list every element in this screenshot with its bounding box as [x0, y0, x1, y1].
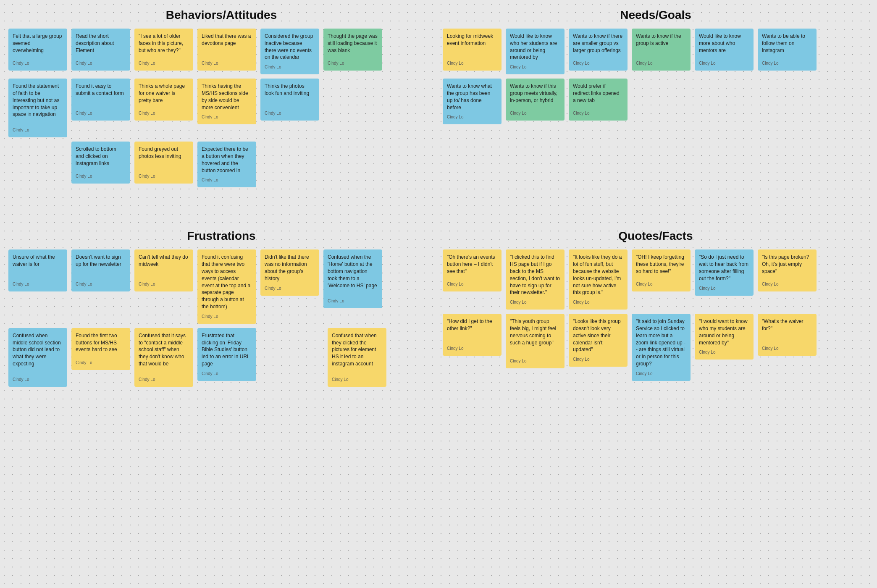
card-author: Cindy Lo: [636, 281, 686, 287]
card-author: Cindy Lo: [762, 281, 812, 287]
card-text: "How did I get to the other link?": [447, 318, 497, 342]
list-item: Confused when the 'Home' button at the b…: [323, 249, 382, 308]
card-text: Wants to be able to follow them on insta…: [762, 33, 812, 57]
list-item: "I would want to know who my students ar…: [695, 314, 754, 360]
needs-cards: Looking for midweek event information Ci…: [443, 29, 869, 124]
list-item: Found the first two buttons for MS/HS ev…: [71, 328, 130, 370]
list-item: Would like to know more about who mentor…: [695, 29, 754, 71]
list-item: Didn't like that there was no informatio…: [260, 249, 319, 295]
list-item: "Looks like this group doesn't look very…: [569, 314, 628, 367]
card-text: Confused that it says to "contact a midd…: [139, 332, 189, 373]
card-author: Cindy Lo: [202, 177, 252, 183]
list-item: "How did I get to the other link?" Cindy…: [443, 314, 502, 356]
card-text: "So do I just need to wait to hear back …: [699, 254, 749, 282]
card-text: "This youth group feels big, I might fee…: [510, 318, 560, 355]
card-author: Cindy Lo: [76, 173, 126, 179]
list-item: Found it easy to submit a contact form C…: [71, 79, 130, 121]
card-author: Cindy Lo: [139, 281, 189, 287]
list-item: Liked that there was a devotions page Ci…: [197, 29, 256, 71]
list-item: Read the short description about Element…: [71, 29, 130, 71]
card-text: Wants to know if this group meets virtua…: [510, 83, 560, 107]
list-item: "This youth group feels big, I might fee…: [506, 314, 565, 368]
card-author: Cindy Lo: [202, 60, 252, 66]
card-author: Cindy Lo: [76, 110, 126, 116]
list-item: Wants to be able to follow them on insta…: [758, 29, 817, 71]
card-author: Cindy Lo: [636, 371, 686, 377]
card-text: Would prefer if redirect links opened a …: [573, 83, 623, 107]
card-author: Cindy Lo: [447, 281, 497, 287]
card-text: Expected there to be a button when they …: [202, 146, 252, 174]
frustrations-cards: Unsure of what the waiver is for Cindy L…: [8, 249, 434, 386]
card-text: Thinks the photos look fun and inviting: [265, 83, 315, 107]
card-author: Cindy Lo: [202, 114, 252, 120]
card-text: Unsure of what the waiver is for: [13, 254, 63, 278]
card-author: Cindy Lo: [76, 281, 126, 287]
card-author: Cindy Lo: [328, 60, 378, 66]
list-item: Confused when middle school section butt…: [8, 328, 67, 387]
card-text: Thinks having the MS/HS sections side by…: [202, 83, 252, 111]
list-item: Wants to know if there are smaller group…: [569, 29, 628, 71]
behaviors-cards: Felt that a large group seemed overwhelm…: [8, 29, 434, 187]
list-item: Found greyed out photos less inviting Ci…: [134, 142, 193, 184]
card-text: "I clicked this to find HS page but if I…: [510, 254, 560, 296]
list-item: "I clicked this to find HS page but if I…: [506, 249, 565, 310]
card-author: Cindy Lo: [699, 286, 749, 291]
card-author: Cindy Lo: [139, 110, 189, 116]
card-author: Cindy Lo: [510, 358, 560, 364]
card-text: Didn't like that there was no informatio…: [265, 254, 315, 282]
card-text: Wants to know if there are smaller group…: [573, 33, 623, 57]
list-item: Confused that when they clicked the pict…: [328, 328, 386, 387]
list-item: Found it confusing that there were two w…: [197, 249, 256, 323]
card-author: Cindy Lo: [447, 346, 497, 352]
card-text: Read the short description about Element: [76, 33, 126, 57]
quotes-cards: "Oh there's an events button here – I di…: [443, 249, 869, 381]
card-text: "Is this page broken? Oh, it's just empt…: [762, 254, 812, 278]
card-text: Would like to know more about who mentor…: [699, 33, 749, 57]
card-text: "What's the waiver for?": [762, 318, 812, 342]
list-item: Considered the group inactive because th…: [260, 29, 319, 74]
card-author: Cindy Lo: [699, 60, 749, 66]
card-author: Cindy Lo: [762, 60, 812, 66]
list-item: "It looks like they do a lot of fun stuf…: [569, 249, 628, 310]
card-text: Can't tell what they do midweek: [139, 254, 189, 278]
card-author: Cindy Lo: [76, 60, 126, 66]
list-item: "It said to join Sunday Service so I cli…: [632, 314, 691, 381]
card-author: Cindy Lo: [328, 298, 378, 304]
list-item: Would like to know who her students are …: [506, 29, 565, 74]
card-author: Cindy Lo: [265, 286, 315, 291]
card-text: "I would want to know who my students ar…: [699, 318, 749, 346]
quotes-section: Quotes/Facts "Oh there's an events butto…: [443, 229, 869, 386]
card-text: "It looks like they do a lot of fun stuf…: [573, 254, 623, 296]
card-author: Cindy Lo: [573, 299, 623, 305]
frustrations-section: Frustrations Unsure of what the waiver i…: [8, 229, 434, 386]
card-author: Cindy Lo: [573, 110, 623, 116]
card-text: "I see a lot of older faces in this pict…: [139, 33, 189, 57]
needs-title: Needs/Goals: [443, 8, 869, 22]
card-author: Cindy Lo: [13, 281, 63, 287]
card-text: Found the first two buttons for MS/HS ev…: [76, 332, 126, 357]
card-author: Cindy Lo: [265, 64, 315, 70]
list-item: Wants to know if this group meets virtua…: [506, 79, 565, 121]
card-author: Cindy Lo: [573, 357, 623, 362]
top-row: Behaviors/Attitudes Felt that a large gr…: [8, 8, 869, 187]
card-text: Wants to know what the group has been up…: [447, 83, 497, 111]
frustrations-title: Frustrations: [8, 229, 434, 243]
list-item: Thinks the photos look fun and inviting …: [260, 79, 319, 121]
card-author: Cindy Lo: [332, 377, 382, 383]
behaviors-section: Behaviors/Attitudes Felt that a large gr…: [8, 8, 434, 187]
card-author: Cindy Lo: [762, 346, 812, 352]
list-item: Thinks a whole page for one waiver is pr…: [134, 79, 193, 121]
quotes-title: Quotes/Facts: [443, 229, 869, 243]
card-text: Wants to know if the group is active: [636, 33, 686, 57]
card-text: Confused when the 'Home' button at the b…: [328, 254, 378, 295]
card-author: Cindy Lo: [510, 299, 560, 305]
card-author: Cindy Lo: [139, 60, 189, 66]
behaviors-title: Behaviors/Attitudes: [8, 8, 434, 22]
card-author: Cindy Lo: [202, 371, 252, 377]
card-text: Thought the page was still loading becau…: [328, 33, 378, 57]
card-text: Thinks a whole page for one waiver is pr…: [139, 83, 189, 107]
list-item: "Is this page broken? Oh, it's just empt…: [758, 249, 817, 291]
card-text: "OH! I keep forgetting these buttons, th…: [636, 254, 686, 278]
list-item: Confused that it says to "contact a midd…: [134, 328, 193, 387]
card-text: Confused when middle school section butt…: [13, 332, 63, 373]
